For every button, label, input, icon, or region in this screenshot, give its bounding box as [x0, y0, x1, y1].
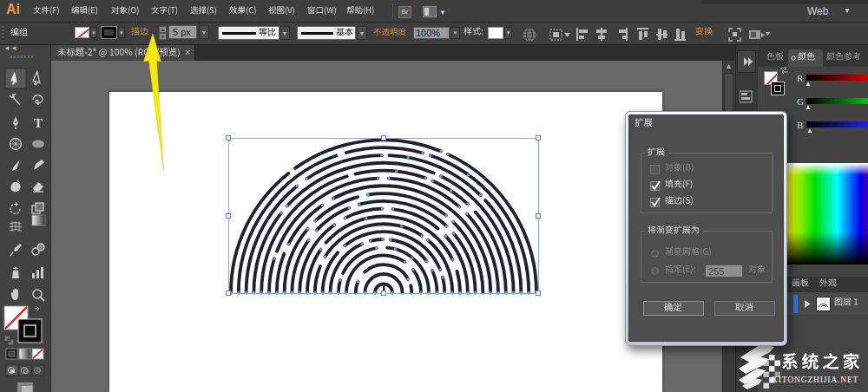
svg-text:T: T: [34, 116, 43, 130]
